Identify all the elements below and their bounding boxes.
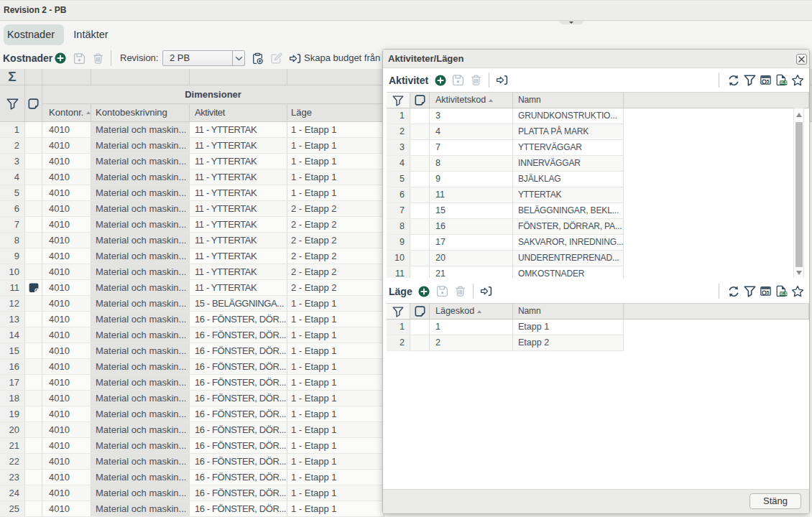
svg-text:XLS: XLS [780, 80, 787, 85]
svg-text:5: 5 [767, 290, 770, 295]
svg-text:XLS: XLS [780, 292, 787, 296]
svg-text:5: 5 [767, 79, 770, 84]
